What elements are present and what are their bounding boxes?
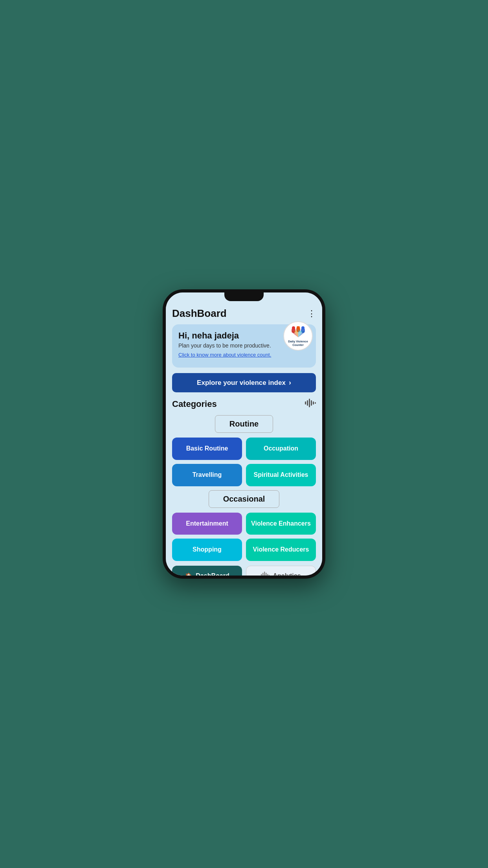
travelling-button[interactable]: Travelling	[172, 464, 242, 486]
categories-header: Categories	[172, 399, 316, 410]
occasional-grid: Entertainment Violence Enhancers Shoppin…	[172, 513, 316, 561]
page-title: DashBoard	[172, 307, 227, 320]
svg-rect-21	[269, 575, 270, 576]
analytics-nav-button[interactable]: Analytics	[246, 566, 316, 576]
logo-icon	[289, 326, 308, 340]
routine-section-label-container: Routine	[172, 415, 316, 433]
welcome-card: Hi, neha jadeja Plan your days to be mor…	[172, 324, 316, 368]
analytics-nav-label: Analytics	[273, 572, 301, 576]
svg-rect-11	[307, 400, 308, 406]
routine-section-label: Routine	[215, 415, 273, 433]
violence-count-link[interactable]: Click to know more about violence count.	[178, 352, 271, 358]
spiritual-activities-button[interactable]: Spiritual Activities	[246, 464, 316, 486]
violence-enhancers-button[interactable]: Violence Enhancers	[246, 513, 316, 535]
violence-reducers-button[interactable]: Violence Reducers	[246, 539, 316, 561]
header: DashBoard ⋮	[172, 304, 316, 320]
logo-circle: Daily Violence Counter	[283, 321, 313, 351]
svg-rect-12	[309, 399, 310, 407]
occupation-button[interactable]: Occupation	[246, 438, 316, 460]
menu-icon[interactable]: ⋮	[307, 309, 316, 319]
shopping-button[interactable]: Shopping	[172, 539, 242, 561]
occasional-section-label-container: Occasional	[172, 490, 316, 508]
explore-button[interactable]: Explore your violence index ›	[172, 373, 316, 392]
svg-point-3	[292, 326, 295, 329]
svg-rect-20	[267, 574, 268, 576]
svg-rect-15	[315, 402, 316, 404]
screen: DashBoard ⋮ Hi, neha jadeja Plan your da…	[166, 292, 322, 576]
waveform-icon	[305, 399, 316, 410]
logo-label: Daily Violence Counter	[284, 340, 312, 347]
svg-rect-18	[264, 572, 265, 576]
notch	[224, 292, 264, 301]
basic-routine-button[interactable]: Basic Routine	[172, 438, 242, 460]
chevron-right-icon: ›	[289, 379, 291, 387]
svg-rect-17	[262, 573, 264, 576]
svg-rect-13	[311, 400, 312, 406]
phone-frame: DashBoard ⋮ Hi, neha jadeja Plan your da…	[163, 289, 325, 579]
dashboard-nav-button[interactable]: 🏠 DashBoard	[172, 566, 242, 576]
svg-rect-10	[305, 401, 306, 405]
svg-rect-16	[261, 574, 262, 576]
entertainment-button[interactable]: Entertainment	[172, 513, 242, 535]
routine-grid: Basic Routine Occupation Travelling Spir…	[172, 438, 316, 486]
home-icon: 🏠	[185, 572, 193, 576]
bottom-nav: 🏠 DashBoard Analytics	[172, 566, 316, 576]
svg-rect-19	[266, 573, 267, 576]
svg-point-5	[301, 326, 305, 329]
categories-title: Categories	[172, 399, 217, 409]
occasional-section-label: Occasional	[209, 490, 280, 508]
analytics-icon	[261, 572, 270, 576]
svg-rect-14	[313, 401, 314, 405]
dashboard-nav-label: DashBoard	[196, 572, 229, 576]
explore-button-label: Explore your violence index	[197, 379, 286, 387]
